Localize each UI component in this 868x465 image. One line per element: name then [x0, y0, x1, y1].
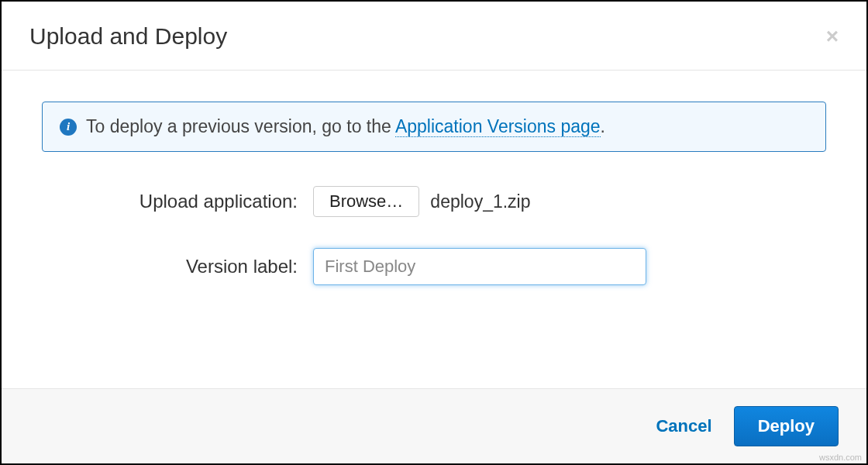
- alert-text: To deploy a previous version, go to the …: [86, 116, 605, 137]
- watermark: wsxdn.com: [819, 453, 862, 462]
- version-label-control: [313, 248, 646, 285]
- modal-footer: Cancel Deploy: [2, 388, 866, 463]
- version-label-input[interactable]: [313, 248, 646, 285]
- alert-text-after: .: [601, 116, 605, 136]
- close-icon[interactable]: ×: [826, 26, 839, 47]
- application-versions-link[interactable]: Application Versions page: [395, 116, 601, 137]
- version-label-row: Version label:: [42, 248, 826, 285]
- upload-application-row: Upload application: Browse… deploy_1.zip: [42, 186, 826, 217]
- modal-header: Upload and Deploy ×: [2, 2, 866, 71]
- version-label-label: Version label:: [42, 256, 313, 277]
- cancel-button[interactable]: Cancel: [656, 416, 711, 436]
- deploy-button[interactable]: Deploy: [734, 406, 839, 446]
- modal-title: Upload and Deploy: [29, 23, 227, 50]
- selected-file-name: deploy_1.zip: [430, 191, 530, 212]
- modal-body: i To deploy a previous version, go to th…: [2, 71, 866, 388]
- form-area: Upload application: Browse… deploy_1.zip…: [42, 186, 826, 285]
- upload-application-control: Browse… deploy_1.zip: [313, 186, 531, 217]
- upload-application-label: Upload application:: [42, 191, 313, 212]
- info-icon: i: [60, 119, 77, 136]
- alert-text-before: To deploy a previous version, go to the: [86, 116, 395, 136]
- browse-button[interactable]: Browse…: [313, 186, 419, 217]
- upload-deploy-modal: Upload and Deploy × i To deploy a previo…: [2, 2, 866, 463]
- info-alert: i To deploy a previous version, go to th…: [42, 102, 826, 152]
